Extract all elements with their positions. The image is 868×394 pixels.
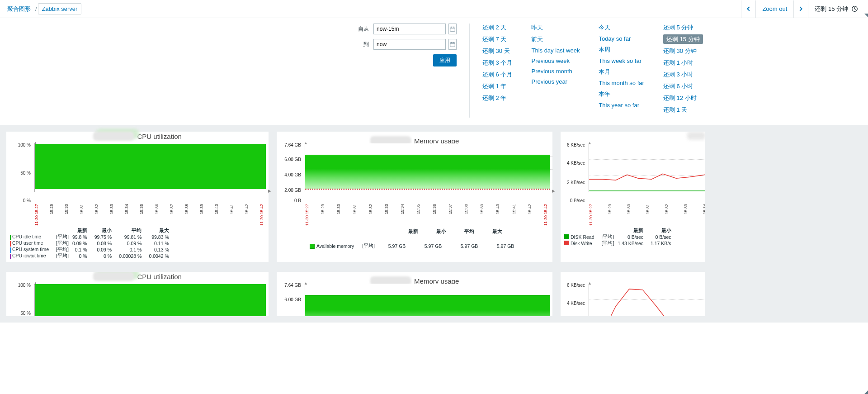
time-preset-link[interactable]: 还剩 1 小时 [663, 59, 693, 66]
y-tick: 2.00 GB [284, 187, 301, 192]
time-preset-link[interactable]: This month so far [599, 80, 644, 86]
x-tick: 15:39 [480, 204, 484, 214]
y-tick: 100 % [18, 142, 31, 147]
time-preset-link[interactable]: Previous month [531, 68, 572, 75]
x-tick: 15:37 [448, 204, 453, 214]
time-prev-button[interactable] [741, 0, 755, 18]
to-input[interactable] [373, 39, 446, 50]
x-tick: 11-20 15:27 [589, 204, 593, 226]
time-preset-link[interactable]: 还剩 6 个月 [482, 71, 512, 78]
chart-title: CPU utilization [137, 133, 181, 140]
y-tick: 50 % [20, 171, 31, 176]
chart-title: CPU utilization [137, 273, 181, 280]
x-tick: 15:31 [353, 204, 357, 214]
y-tick: 6 KB/sec [567, 142, 585, 147]
x-tick: 15:34 [703, 204, 705, 214]
y-tick: 6.00 GB [284, 157, 301, 162]
clock-icon [851, 5, 858, 12]
chevron-right-icon [798, 6, 803, 11]
time-preset-link[interactable]: 还剩 5 分钟 [663, 24, 693, 31]
scroll-up-hint[interactable] [864, 14, 868, 21]
x-tick: 15:40 [495, 204, 500, 214]
x-tick: 15:35 [139, 204, 144, 214]
time-range-display-button[interactable]: 还剩 15 分钟 [808, 0, 864, 18]
x-tick: 15:29 [321, 204, 325, 214]
time-preset-link[interactable]: 还剩 30 天 [482, 47, 510, 54]
time-preset-link[interactable]: 还剩 12 小时 [663, 95, 697, 101]
x-tick: 15:37 [170, 204, 174, 214]
breadcrumb-sep: / [34, 5, 38, 12]
time-preset-link[interactable]: 还剩 6 小时 [663, 83, 693, 90]
x-tick: 15:32 [94, 204, 99, 214]
time-preset-link[interactable]: 本周 [599, 46, 610, 53]
x-tick: 11-20 15:27 [34, 204, 39, 226]
time-preset-link[interactable]: Previous year [531, 78, 567, 85]
calendar-icon [449, 26, 456, 32]
host-label-blurred [93, 132, 134, 141]
x-tick: 15:41 [230, 204, 234, 214]
zoom-out-button[interactable]: Zoom out [755, 0, 793, 18]
from-calendar-button[interactable] [448, 24, 457, 34]
x-tick: 15:32 [368, 204, 373, 214]
time-preset-link[interactable]: 还剩 30 分钟 [663, 47, 697, 54]
charts-area: CPU utilization 100 %50 %0 % ▲▶ 11-20 15… [0, 125, 868, 323]
y-tick: 4.00 GB [284, 172, 301, 177]
y-tick: 4 KB/sec [567, 160, 585, 165]
time-preset-link[interactable]: 本月 [599, 68, 610, 75]
time-preset-link[interactable]: Today so far [599, 35, 631, 42]
x-tick: 11-20 15:42 [259, 204, 264, 226]
to-label: 到 [353, 41, 373, 48]
time-preset-link[interactable]: 还剩 1 年 [482, 83, 506, 90]
apply-button[interactable]: 应用 [433, 54, 457, 66]
time-next-button[interactable] [793, 0, 808, 18]
mem-legend: 最新最小平均最大Available memory[平均]5.97 GB5.97 … [277, 226, 552, 249]
svg-rect-1 [450, 27, 455, 32]
cpu-chart-1: CPU utilization 100 %50 %0 % ▲▶ 11-20 15… [6, 132, 269, 262]
host-label-blurred [93, 272, 134, 281]
disk-chart-2: 6 KB/sec 4 KB/sec ▲ [561, 272, 705, 316]
time-preset-link[interactable]: 还剩 1 天 [663, 106, 687, 113]
time-preset-link[interactable]: 本年 [599, 90, 610, 97]
breadcrumb-root[interactable]: 聚合图形 [4, 3, 34, 15]
breadcrumb-current[interactable]: Zabbix server [38, 3, 82, 14]
x-tick: 15:30 [627, 204, 631, 214]
x-tick: 11-20 15:42 [543, 204, 548, 226]
x-tick: 15:34 [124, 204, 129, 214]
x-tick: 15:31 [80, 204, 84, 214]
time-preset-link[interactable]: 今天 [599, 24, 610, 31]
time-preset-link[interactable]: 还剩 15 分钟 [663, 34, 703, 44]
time-filter-panel: 自从 到 应用 还剩 2 天还剩 7 天还剩 30 天还剩 3 个月还剩 6 个… [0, 18, 868, 125]
x-tick: 15:36 [155, 204, 159, 214]
svg-rect-2 [450, 43, 455, 47]
disk-legend-table: 最新最小DISK Read[平均]0 B/sec0 B/secDisk Writ… [561, 226, 705, 249]
x-tick: 15:42 [528, 204, 532, 214]
x-tick: 11-20 15:27 [305, 204, 309, 226]
time-preset-link[interactable]: 还剩 2 年 [482, 95, 506, 101]
x-tick: 15:33 [684, 204, 688, 214]
time-preset-link[interactable]: 还剩 7 天 [482, 36, 506, 43]
time-preset-link[interactable]: 还剩 2 天 [482, 24, 506, 31]
x-tick: 15:40 [214, 204, 219, 214]
time-preset-link[interactable]: 还剩 3 小时 [663, 71, 693, 78]
mem-chart-1: Memory usage 7.64 GB6.00 GB4.00 GB2.00 G… [277, 132, 552, 262]
x-tick: 15:38 [184, 204, 189, 214]
time-preset-link[interactable]: 前天 [531, 36, 543, 43]
time-preset-link[interactable]: This year so far [599, 102, 639, 109]
from-input[interactable] [373, 24, 446, 34]
time-presets: 还剩 2 天还剩 7 天还剩 30 天还剩 3 个月还剩 6 个月还剩 1 年还… [482, 24, 703, 118]
time-preset-link[interactable]: 还剩 3 个月 [482, 59, 512, 66]
cpu-legend-table: 最新最小平均最大CPU idle time[平均]99.8 %99.75 %99… [6, 226, 269, 262]
time-preset-link[interactable]: This week so far [599, 57, 642, 64]
to-calendar-button[interactable] [448, 39, 457, 50]
calendar-icon [449, 41, 456, 47]
x-tick: 15:31 [646, 204, 650, 214]
time-range-text: 还剩 15 分钟 [815, 5, 848, 13]
x-tick: 15:36 [432, 204, 437, 214]
x-tick: 15:30 [336, 204, 341, 214]
time-preset-link[interactable]: Previous week [531, 57, 570, 64]
x-tick: 15:38 [464, 204, 468, 214]
time-preset-link[interactable]: 昨天 [531, 24, 543, 31]
x-tick: 15:32 [665, 204, 669, 214]
time-preset-link[interactable]: This day last week [531, 47, 580, 54]
x-tick: 15:29 [608, 204, 612, 214]
